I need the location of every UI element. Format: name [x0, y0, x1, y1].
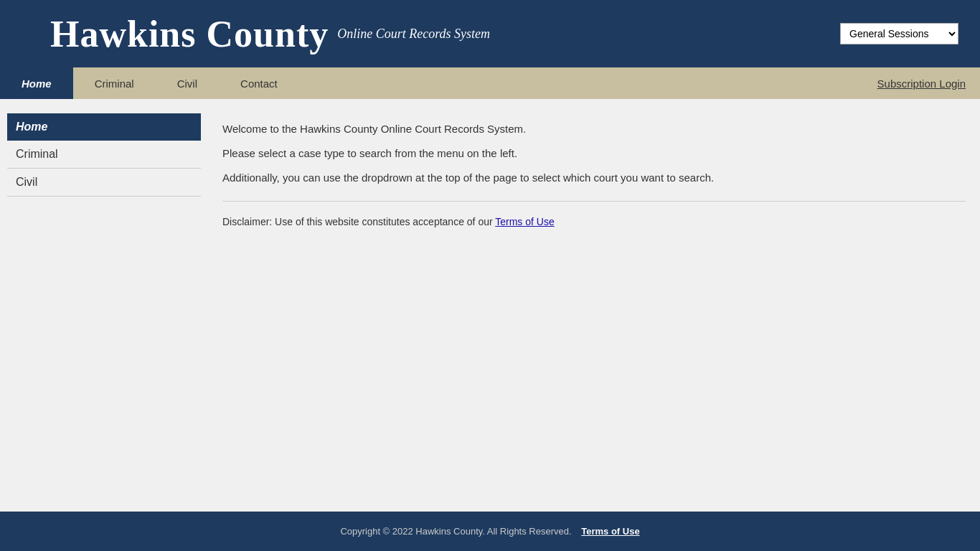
sidebar: Home Criminal Civil: [0, 99, 208, 512]
site-subtitle: Online Court Records System: [337, 27, 490, 42]
nav-criminal[interactable]: Criminal: [73, 67, 156, 99]
footer-terms-link[interactable]: Terms of Use: [581, 526, 639, 537]
nav-contact[interactable]: Contact: [219, 67, 299, 99]
sidebar-item-criminal[interactable]: Criminal: [7, 141, 201, 169]
court-select[interactable]: General Sessions Circuit Court Chancery …: [840, 23, 958, 44]
main-wrapper: Home Criminal Civil Welcome to the Hawki…: [0, 99, 980, 512]
top-nav: Home Criminal Civil Contact Subscription…: [0, 67, 980, 99]
welcome-line1: Welcome to the Hawkins County Online Cou…: [222, 121, 966, 138]
content-divider: [222, 201, 966, 202]
disclaimer-prefix: Disclaimer: Use of this website constitu…: [222, 216, 495, 227]
nav-civil[interactable]: Civil: [156, 67, 219, 99]
sidebar-item-civil[interactable]: Civil: [7, 169, 201, 197]
content-area: Welcome to the Hawkins County Online Cou…: [208, 99, 980, 512]
disclaimer-terms-link[interactable]: Terms of Use: [495, 216, 554, 227]
footer: Copyright © 2022 Hawkins County. All Rig…: [0, 512, 980, 551]
welcome-line2: Please select a case type to search from…: [222, 145, 966, 162]
footer-copyright: Copyright © 2022 Hawkins County. All Rig…: [340, 526, 571, 537]
welcome-line3: Additionally, you can use the dropdrown …: [222, 169, 966, 187]
subscription-login-link[interactable]: Subscription Login: [863, 67, 980, 99]
disclaimer-text: Disclaimer: Use of this website constitu…: [222, 216, 966, 227]
court-select-wrapper: General Sessions Circuit Court Chancery …: [840, 23, 958, 44]
nav-spacer: [299, 67, 863, 99]
sidebar-item-home[interactable]: Home: [7, 113, 201, 141]
site-title: Hawkins County: [50, 13, 329, 55]
header: Hawkins County Online Court Records Syst…: [0, 0, 980, 67]
nav-home[interactable]: Home: [0, 67, 73, 99]
